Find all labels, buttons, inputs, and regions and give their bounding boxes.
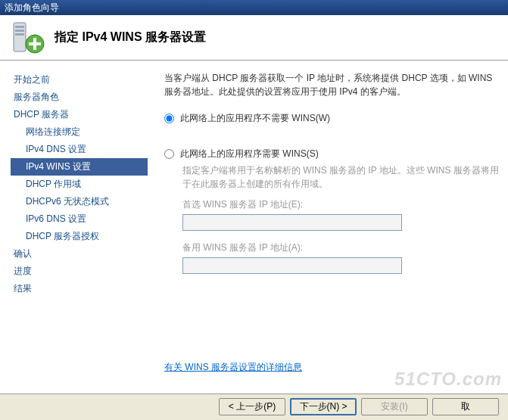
server-role-icon <box>9 20 45 56</box>
svg-rect-3 <box>15 33 24 36</box>
alternate-wins-label: 备用 WINS 服务器 IP 地址(A): <box>182 241 500 254</box>
wins-subdescription: 指定客户端将用于名称解析的 WINS 服务器的 IP 地址。这些 WINS 服务… <box>182 163 500 191</box>
preferred-wins-input[interactable] <box>182 214 402 231</box>
svg-rect-2 <box>15 30 24 32</box>
sidebar-item-server-roles[interactable]: 服务器角色 <box>11 89 148 106</box>
preferred-wins-label: 首选 WINS 服务器 IP 地址(E): <box>182 198 500 211</box>
sidebar-item-dhcpv6-stateless[interactable]: DHCPv6 无状态模式 <box>11 193 148 210</box>
window-title: 添加角色向导 <box>5 2 59 13</box>
radio-wins-not-needed-label: 此网络上的应用程序不需要 WINS(W) <box>180 112 330 125</box>
sidebar-item-confirm[interactable]: 确认 <box>11 245 148 263</box>
watermark: 51CTO.com <box>394 369 502 390</box>
titlebar: 添加角色向导 <box>0 0 508 15</box>
sidebar-item-results[interactable]: 结果 <box>11 280 148 297</box>
radio-wins-not-needed[interactable] <box>164 114 174 123</box>
sidebar-item-network-binding[interactable]: 网络连接绑定 <box>11 123 148 141</box>
sidebar-item-dhcp-scope[interactable]: DHCP 作用域 <box>11 176 148 193</box>
wizard-steps-sidebar: 开始之前 服务器角色 DHCP 服务器 网络连接绑定 IPv4 DNS 设置 I… <box>0 61 148 394</box>
wizard-footer: < 上一步(P) 下一步(N) > 安装(I) 取 <box>0 394 508 419</box>
svg-rect-6 <box>29 42 41 45</box>
sidebar-item-ipv6-dns[interactable]: IPv6 DNS 设置 <box>11 210 148 228</box>
install-button[interactable]: 安装(I) <box>361 398 428 415</box>
next-button[interactable]: 下一步(N) > <box>290 398 357 415</box>
sidebar-item-before-begin[interactable]: 开始之前 <box>11 71 148 89</box>
sidebar-item-ipv4-dns[interactable]: IPv4 DNS 设置 <box>11 141 148 158</box>
radio-wins-needed-label: 此网络上的应用程序需要 WINS(S) <box>180 148 319 160</box>
sidebar-item-dhcp-server[interactable]: DHCP 服务器 <box>11 106 148 123</box>
svg-rect-1 <box>15 26 24 28</box>
alternate-wins-input[interactable] <box>182 257 402 274</box>
wizard-header: 指定 IPv4 WINS 服务器设置 <box>0 15 508 61</box>
previous-button[interactable]: < 上一步(P) <box>219 398 285 415</box>
sidebar-item-dhcp-authorize[interactable]: DHCP 服务器授权 <box>11 228 148 245</box>
radio-wins-needed[interactable] <box>164 149 174 159</box>
description-text: 当客户端从 DHCP 服务器获取一个 IP 地址时，系统将提供 DHCP 选项，… <box>164 71 500 98</box>
sidebar-item-ipv4-wins[interactable]: IPv4 WINS 设置 <box>11 158 148 176</box>
sidebar-item-progress[interactable]: 进度 <box>11 263 148 280</box>
cancel-button[interactable]: 取 <box>432 398 499 415</box>
wins-info-link[interactable]: 有关 WINS 服务器设置的详细信息 <box>164 362 302 372</box>
page-title: 指定 IPv4 WINS 服务器设置 <box>55 30 206 45</box>
wizard-content: 当客户端从 DHCP 服务器获取一个 IP 地址时，系统将提供 DHCP 选项，… <box>148 61 508 394</box>
